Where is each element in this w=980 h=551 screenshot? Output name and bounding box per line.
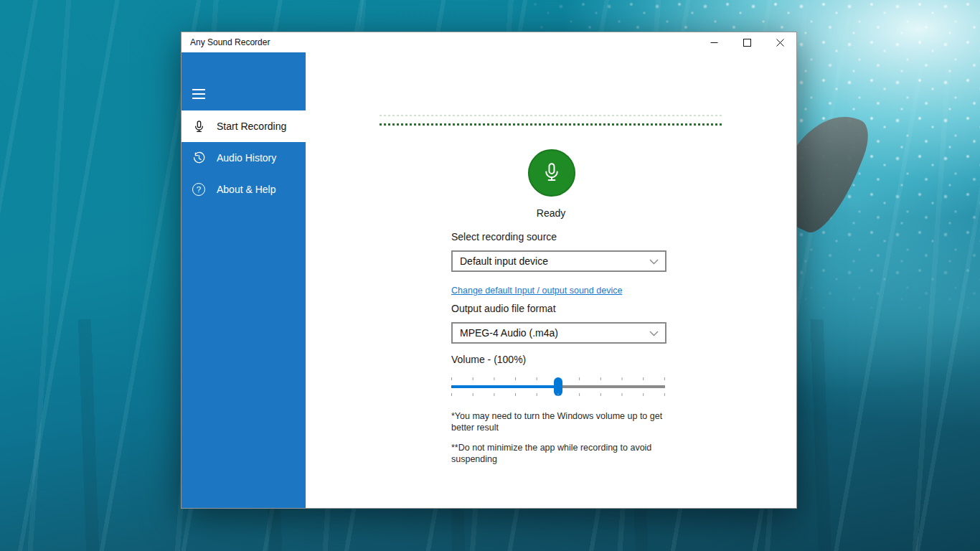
close-button[interactable] — [763, 32, 796, 52]
sidebar: Start Recording Audio History — [182, 52, 306, 508]
note-volume: *You may need to turn the Windows volume… — [451, 410, 666, 434]
sidebar-item-label: Audio History — [217, 152, 276, 164]
sidebar-nav: Start Recording Audio History — [182, 110, 306, 205]
menu-button[interactable] — [182, 81, 306, 107]
history-icon — [192, 151, 206, 165]
change-device-link[interactable]: Change default Input / output sound devi… — [451, 286, 622, 296]
format-select-value: MPEG-4 Audio (.m4a) — [460, 327, 558, 339]
sidebar-item-about-help[interactable]: ? About & Help — [182, 174, 306, 205]
maximize-button[interactable] — [730, 32, 763, 52]
chevron-down-icon — [649, 255, 659, 267]
recorder-form: Select recording source Default input de… — [451, 52, 666, 508]
source-label: Select recording source — [451, 231, 557, 242]
titlebar[interactable]: Any Sound Recorder — [182, 32, 796, 52]
sidebar-item-label: About & Help — [217, 184, 276, 195]
source-select[interactable]: Default input device — [451, 250, 666, 272]
sidebar-item-start-recording[interactable]: Start Recording — [182, 110, 306, 142]
window-body: Start Recording Audio History — [182, 52, 796, 508]
chevron-down-icon — [649, 327, 659, 339]
volume-label: Volume - (100%) — [451, 354, 526, 365]
note-minimize: **Do not minimize the app while recordin… — [451, 442, 666, 466]
slider-ticks-bottom — [451, 393, 665, 396]
help-icon: ? — [192, 182, 206, 197]
desktop-wallpaper: Any Sound Recorder — [0, 0, 980, 551]
close-icon — [776, 39, 784, 47]
window-title: Any Sound Recorder — [182, 37, 270, 47]
recorder-panel: Ready Select recording source Default in… — [306, 52, 796, 508]
format-label: Output audio file format — [451, 303, 556, 314]
source-select-value: Default input device — [460, 255, 548, 267]
sidebar-item-audio-history[interactable]: Audio History — [182, 142, 306, 174]
microphone-icon — [192, 119, 206, 133]
caption-buttons — [697, 32, 796, 52]
minimize-button[interactable] — [697, 32, 730, 52]
minimize-icon — [710, 39, 718, 47]
maximize-icon — [743, 39, 751, 47]
volume-slider[interactable] — [451, 377, 665, 397]
sidebar-item-label: Start Recording — [217, 121, 286, 132]
format-select[interactable]: MPEG-4 Audio (.m4a) — [451, 322, 666, 344]
app-window: Any Sound Recorder — [181, 32, 797, 509]
